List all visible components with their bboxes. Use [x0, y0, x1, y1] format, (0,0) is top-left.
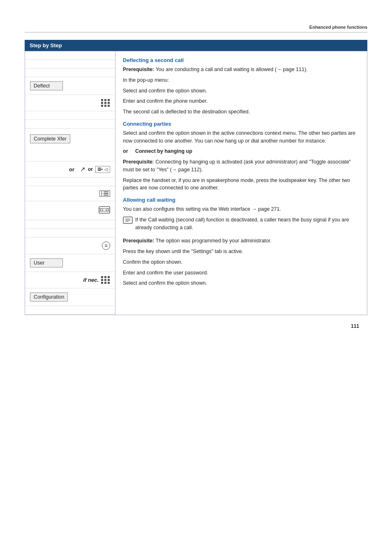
left-spacer-2 [25, 60, 115, 69]
or-label-right: or [123, 148, 134, 154]
deflect-instruction: Select and confirm the option shown. [123, 87, 360, 95]
complete-xfer-row: Complete Xfer [25, 129, 115, 161]
cw-prereq: Prerequisite: The option was programmed … [123, 237, 360, 245]
left-spacer-8 [25, 229, 115, 237]
left-spacer-9 [25, 306, 115, 315]
or-label: or [69, 166, 78, 173]
speaker-icon: ◁ [95, 166, 110, 173]
or-connect-hanging: or Connect by hanging up [123, 147, 360, 155]
note-block: If the Call waiting (second call) functi… [123, 216, 360, 235]
cw-prereq-label: Prerequisite: [123, 238, 154, 244]
svg-point-3 [100, 209, 103, 211]
step-by-step-label: Step by Step [25, 40, 367, 51]
svg-point-4 [106, 209, 108, 211]
keypad-icon [101, 99, 110, 107]
user-instruction: Confirm the option shown. [123, 258, 360, 266]
call-waiting-section: Allowing call waiting You can also confi… [123, 197, 360, 287]
config-button-row: Configuration [25, 288, 115, 306]
call-waiting-title: Allowing call waiting [123, 197, 360, 203]
connecting-title: Connecting parties [123, 121, 360, 127]
note-icon-row [25, 201, 115, 220]
deflecting-prereq-label: Prerequisite: [123, 67, 154, 72]
deflect-button-row: Deflect [25, 77, 115, 95]
user-button-row: User [25, 254, 115, 272]
connect-prereq-label: Prerequisite [123, 159, 152, 165]
page-header: Enhanced phone functions [25, 25, 367, 32]
settings-instruction: Press the key shown until the "Settings"… [123, 248, 360, 256]
main-content: Deflect Complete Xfer [25, 51, 367, 315]
deflecting-prereq: Prerequisite: You are conducting a call … [123, 66, 360, 74]
if-nec-label: if nec. [83, 277, 99, 283]
connecting-section: Connecting parties Select and confirm th… [123, 121, 360, 192]
left-column: Deflect Complete Xfer [25, 51, 115, 315]
keypad-icon-2 [101, 276, 110, 284]
connect-hanging-title: Connect by hanging up [135, 148, 192, 154]
deflect-button[interactable]: Deflect [30, 81, 63, 90]
note-text: If the Call waiting (second call) functi… [135, 216, 360, 232]
left-spacer-7 [25, 220, 115, 229]
phone-icon: ↗ [80, 166, 85, 173]
settings-icon-row: ≡ [25, 237, 115, 254]
speaker-symbol: ◁ [104, 167, 108, 172]
or-text: or [88, 166, 93, 172]
note-tape-icon [99, 205, 110, 216]
config-instruction: Select and confirm the option shown. [123, 279, 360, 287]
complete-xfer-instruction: Select and confirm the option shown in t… [123, 129, 360, 145]
svg-rect-0 [99, 207, 110, 213]
vol-lines [98, 168, 103, 171]
keypad-instruction: Enter and confirm the phone number. [123, 97, 360, 105]
keypad-icon-row [25, 95, 115, 111]
web-interface-text: You can also configure this setting via … [123, 205, 360, 213]
left-spacer-3 [25, 69, 115, 77]
page-number: 111 [25, 323, 367, 329]
step-by-step-container: Step by Step Deflect [25, 40, 367, 315]
or-phone-row: or ↗ or ◁ [25, 161, 115, 177]
header-title: Enhanced phone functions [309, 25, 367, 30]
deflecting-section: Deflecting a second call Prerequisite: Y… [123, 57, 360, 116]
page: Enhanced phone functions Step by Step De… [0, 0, 392, 555]
list-icon-row [25, 186, 115, 201]
replace-instruction: Replace the handset or, if you are in sp… [123, 177, 360, 192]
user-button[interactable]: User [30, 258, 63, 267]
deflecting-prereq-text: You are conducting a call and call waiti… [154, 67, 307, 72]
connect-prereq-text: : Connecting by hanging up is activated … [123, 159, 351, 173]
left-spacer-1 [25, 51, 115, 60]
note-icon [123, 216, 133, 224]
popup-text: In the pop-up menu: [123, 76, 360, 84]
deflect-result: The second call is deflected to the dest… [123, 108, 360, 116]
deflecting-title: Deflecting a second call [123, 57, 360, 63]
connect-prereq: Prerequisite: Connecting by hanging up i… [123, 158, 360, 174]
complete-xfer-button[interactable]: Complete Xfer [30, 134, 70, 143]
cw-prereq-text: The option was programmed by your admini… [154, 238, 271, 244]
list-icon [99, 190, 110, 197]
config-button[interactable]: Configuration [30, 292, 68, 302]
left-spacer-4 [25, 111, 115, 120]
password-instruction: Enter and confirm the user password. [123, 269, 360, 277]
settings-icon: ≡ [102, 242, 110, 250]
right-column: Deflecting a second call Prerequisite: Y… [115, 51, 367, 315]
left-spacer-6 [25, 177, 115, 186]
left-spacer-5 [25, 120, 115, 129]
if-nec-row: if nec. [25, 272, 115, 288]
